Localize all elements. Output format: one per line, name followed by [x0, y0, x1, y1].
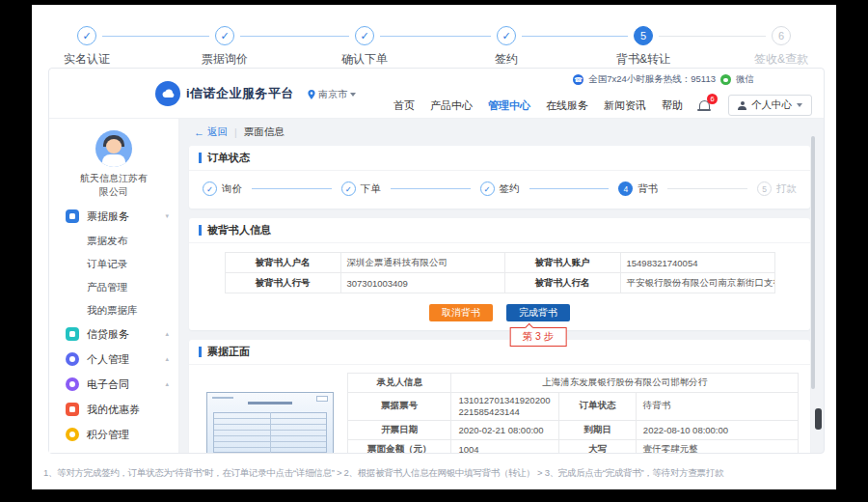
sidebar-subitem-my-bill-library[interactable]: 我的票据库: [49, 298, 178, 321]
chevron-down-icon: [350, 93, 356, 97]
amount-caps-value: 壹仟零肆元整: [636, 439, 798, 453]
card-title: 订单状态: [207, 151, 250, 165]
step-label: 打款: [776, 182, 797, 196]
menu-label: 个人管理: [87, 352, 129, 367]
table-row: 承兑人信息 上海浦东发展银行股份有限公司邯郸分行: [348, 374, 799, 393]
table-row: 被背书人户名 深圳企票通科技有限公司 被背书人账户 15498321740054: [225, 253, 774, 273]
location-pin-icon: [308, 90, 315, 99]
nav-products[interactable]: 产品中心: [430, 98, 473, 113]
menu-label: 我的优惠券: [87, 403, 140, 417]
sidebar-item-message-center[interactable]: 消息中心: [49, 447, 178, 453]
stepper-connector: [380, 36, 491, 37]
bill-info-table: 承兑人信息 上海浦东发展银行股份有限公司邯郸分行 票据票号 1310127013…: [347, 373, 799, 453]
notification-badge: 6: [707, 94, 718, 104]
nav-home[interactable]: 首页: [393, 98, 415, 113]
breadcrumb: 返回 | 票面信息: [194, 126, 810, 139]
step-label: 背书&转让: [585, 51, 701, 68]
nav-news[interactable]: 新闻资讯: [604, 98, 646, 113]
bill-front-card: 票据正面: [189, 340, 810, 453]
stepper-connector: [102, 36, 209, 37]
amount-label: 票面金额（元）: [348, 439, 451, 453]
order-step-2: 下单: [341, 181, 381, 196]
bill-service-icon: [66, 209, 79, 223]
order-step-3: 签约: [480, 181, 520, 196]
stepper-connector: [252, 188, 332, 189]
bill-title-mark: [248, 402, 292, 404]
step-check-icon: [215, 26, 234, 45]
nav-help[interactable]: 帮助: [662, 98, 683, 113]
phone-icon: [573, 74, 583, 85]
nav-management-center[interactable]: 管理中心: [488, 98, 530, 113]
cancel-endorsement-button[interactable]: 取消背书: [429, 304, 493, 321]
step-check-icon: [77, 26, 96, 45]
order-status-value: 待背书: [636, 393, 798, 421]
sidebar-item-personal-management[interactable]: 个人管理: [49, 347, 178, 372]
step-label: 询价: [222, 182, 242, 196]
sidebar: 航天信息江苏有限公司 票据服务 票据发布 订单记录 产品管理 我的票据库 信贷服…: [49, 119, 179, 453]
table-row: 开票日期 2020-02-21 08:00:00 到期日 2022-08-10 …: [348, 420, 799, 439]
title-accent-bar: [199, 225, 202, 236]
sidebar-subitem-order-records[interactable]: 订单记录: [49, 252, 178, 275]
endorsee-info-card: 被背书人信息 被背书人户名 深圳企票通科技有限公司 被背书人账户 1549832…: [189, 218, 810, 330]
outer-scrollbar-thumb[interactable]: [815, 408, 822, 430]
step-number-badge: 4: [618, 181, 633, 196]
stepper-connector: [529, 188, 610, 189]
stepper-connector: [240, 36, 349, 37]
nav-online-service[interactable]: 在线服务: [546, 98, 588, 113]
menu-label: 消息中心: [87, 453, 129, 454]
panel-scrollbar-thumb[interactable]: [811, 136, 815, 389]
endorsee-bank-no-label: 被背书人行号: [225, 273, 340, 293]
step-label: 确认下单: [307, 51, 422, 68]
sidebar-item-points-management[interactable]: 积分管理: [49, 422, 178, 447]
city-label: 南京市: [318, 88, 347, 101]
caret-down-icon: [165, 212, 169, 220]
logo[interactable]: i信诺企业服务平台: [155, 81, 294, 106]
endorsee-bank-name-label: 被背书人行名: [504, 273, 620, 293]
back-link[interactable]: 返回: [194, 126, 228, 139]
bill-no-value: 131012701341920200221585423144: [451, 393, 559, 421]
stepper-connector: [659, 36, 766, 37]
personal-management-icon: [66, 352, 79, 366]
complete-endorsement-button[interactable]: 完成背书: [506, 304, 570, 321]
table-row: 被背书人行号 307301003409 被背书人行名 平安银行股份有限公司南京新…: [225, 273, 774, 293]
wechat-label: 微信: [736, 73, 754, 86]
user-menu-button[interactable]: 个人中心: [728, 95, 812, 116]
due-date-value: 2022-08-10 08:00:00: [636, 420, 798, 439]
wechat-icon[interactable]: [720, 74, 731, 85]
due-date-label: 到期日: [559, 420, 636, 439]
stepper-connector: [667, 188, 747, 189]
step-number-badge: 5: [634, 26, 653, 45]
main-panel: i信诺企业服务平台 南京市 全国7x24小时服务热线：95113 微信 首页 产…: [48, 68, 825, 454]
breadcrumb-current: 票面信息: [244, 126, 285, 139]
breadcrumb-separator: |: [234, 126, 237, 138]
title-accent-bar: [199, 347, 202, 357]
notification-bell-icon[interactable]: 6: [698, 98, 713, 113]
endorsee-bank-no-value: 307301003409: [340, 273, 504, 293]
card-header: 订单状态: [189, 146, 810, 171]
site-header: i信诺企业服务平台 南京市 全国7x24小时服务热线：95113 微信 首页 产…: [49, 69, 824, 119]
step-label: 背书: [637, 182, 658, 196]
credit-service-icon: [66, 327, 79, 341]
menu-label: 电子合同: [87, 377, 129, 392]
sidebar-item-bill-service[interactable]: 票据服务: [49, 204, 178, 229]
sidebar-item-e-contract[interactable]: 电子合同: [49, 372, 178, 397]
bill-serial-mark: [212, 397, 233, 399]
sidebar-item-credit-service[interactable]: 信贷服务: [49, 321, 178, 347]
city-selector[interactable]: 南京市: [308, 88, 356, 101]
sidebar-subitem-bill-publish[interactable]: 票据发布: [49, 229, 178, 252]
coupons-icon: [66, 403, 79, 416]
acceptor-label: 承兑人信息: [348, 374, 451, 393]
step-check-icon: [355, 26, 374, 45]
step-check-icon: [341, 181, 356, 196]
step-check-icon: [497, 26, 516, 45]
e-contract-icon: [66, 377, 79, 391]
stepper-connector: [391, 188, 471, 189]
menu-label: 积分管理: [87, 428, 129, 442]
step-check-icon: [203, 181, 217, 196]
sidebar-subitem-product-management[interactable]: 产品管理: [49, 275, 178, 298]
menu-label: 票据服务: [87, 209, 129, 224]
sidebar-item-my-coupons[interactable]: 我的优惠券: [49, 397, 178, 422]
step-label: 签收&查款: [723, 51, 836, 68]
endorsee-account-label: 被背书人账户: [504, 253, 620, 273]
step-label: 下单: [361, 182, 381, 196]
